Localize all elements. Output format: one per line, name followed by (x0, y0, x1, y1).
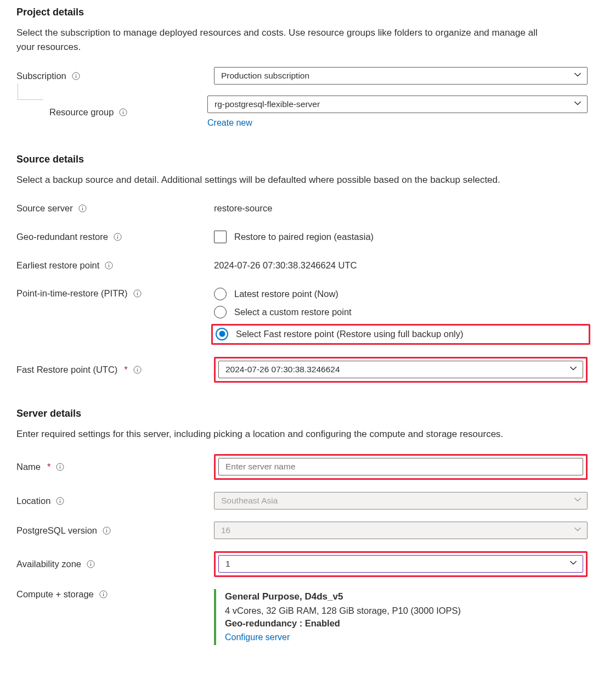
info-icon[interactable] (103, 527, 111, 535)
server-details-section: Server details Enter required settings f… (16, 408, 588, 646)
chevron-down-icon (574, 71, 582, 81)
compute-sku-title: General Purpose, D4ds_v5 (225, 591, 588, 602)
pitr-radio-custom[interactable] (214, 306, 227, 318)
info-icon[interactable] (105, 261, 113, 270)
source-server-value: restore-source (214, 203, 272, 213)
info-icon[interactable] (133, 289, 142, 298)
fast-restore-point-value: 2024-07-26 07:30:38.3246624 (225, 365, 340, 374)
subscription-select-value: Production subscription (221, 71, 309, 81)
earliest-restore-point-label: Earliest restore point (16, 260, 207, 271)
compute-geo-redundancy: Geo-redundancy : Enabled (225, 618, 588, 629)
fast-restore-point-row: Fast Restore point (UTC) * 2024-07-26 07… (16, 357, 588, 383)
location-select-value: Southeast Asia (221, 496, 278, 506)
pitr-radio-custom-label: Select a custom restore point (234, 307, 352, 317)
availability-zone-row: Availability zone 1 (16, 551, 588, 577)
source-details-section: Source details Select a backup source an… (16, 154, 588, 383)
chevron-down-icon (574, 525, 582, 535)
compute-storage-row: Compute + storage General Purpose, D4ds_… (16, 589, 588, 645)
geo-redundant-restore-row: Geo-redundant restore Restore to paired … (16, 229, 588, 245)
required-asterisk: * (47, 462, 50, 472)
pitr-radio-latest-label: Latest restore point (Now) (234, 289, 338, 299)
earliest-restore-point-value: 2024-07-26 07:30:38.3246624 UTC (214, 260, 357, 270)
pitr-radio-fast[interactable] (216, 328, 228, 340)
pitr-label-text: Point-in-time-restore (PITR) (16, 288, 128, 299)
source-server-label-text: Source server (16, 203, 73, 214)
project-details-description: Select the subscription to manage deploy… (16, 26, 543, 54)
info-icon[interactable] (78, 204, 87, 212)
pitr-option-fast[interactable]: Select Fast restore point (Restore using… (216, 328, 586, 340)
pitr-row: Point-in-time-restore (PITR) Latest rest… (16, 286, 588, 345)
postgresql-version-row: PostgreSQL version 16 (16, 522, 588, 539)
info-icon[interactable] (114, 233, 122, 241)
resource-group-select[interactable]: rg-postgresql-flexible-server (207, 96, 588, 113)
availability-zone-highlight: 1 (214, 551, 588, 577)
location-label-text: Location (16, 496, 50, 506)
compute-storage-summary: General Purpose, D4ds_v5 4 vCores, 32 Gi… (214, 589, 588, 645)
create-new-link[interactable]: Create new (207, 118, 252, 128)
location-select: Southeast Asia (214, 492, 588, 509)
info-icon[interactable] (133, 366, 142, 374)
pitr-option-custom[interactable]: Select a custom restore point (214, 306, 588, 318)
subscription-label: Subscription (16, 71, 207, 81)
location-label: Location (16, 496, 207, 506)
info-icon[interactable] (72, 72, 80, 80)
info-icon[interactable] (119, 108, 127, 116)
info-icon[interactable] (87, 560, 95, 568)
server-name-highlight (214, 454, 588, 480)
postgresql-version-value: 16 (221, 525, 230, 535)
fast-restore-point-label: Fast Restore point (UTC) * (16, 365, 207, 375)
info-icon[interactable] (56, 497, 64, 505)
server-name-label: Name * (16, 462, 207, 472)
pitr-option-fast-highlight: Select Fast restore point (Restore using… (211, 324, 590, 345)
pitr-label: Point-in-time-restore (PITR) (16, 286, 207, 299)
info-icon[interactable] (56, 463, 64, 471)
configure-server-link[interactable]: Configure server (225, 632, 290, 642)
project-details-section: Project details Select the subscription … (16, 7, 588, 128)
server-name-input[interactable] (218, 458, 583, 475)
postgresql-version-label-text: PostgreSQL version (16, 525, 97, 536)
availability-zone-label: Availability zone (16, 559, 207, 569)
resource-group-label-text: Resource group (49, 107, 114, 117)
pitr-radio-group: Latest restore point (Now) Select a cust… (214, 286, 588, 345)
required-asterisk: * (124, 365, 127, 375)
subscription-select[interactable]: Production subscription (214, 67, 588, 85)
source-server-row: Source server restore-source (16, 200, 588, 217)
subscription-row: Subscription Production subscription (16, 67, 588, 85)
resource-group-row: Resource group rg-postgresql-flexible-se… (16, 96, 588, 128)
availability-zone-value: 1 (225, 559, 230, 569)
server-details-heading: Server details (16, 408, 588, 419)
source-server-label: Source server (16, 203, 207, 214)
fast-restore-point-select[interactable]: 2024-07-26 07:30:38.3246624 (218, 361, 583, 378)
server-name-row: Name * (16, 454, 588, 480)
chevron-down-icon (574, 496, 582, 506)
indent-connector (18, 83, 43, 100)
geo-redundant-restore-label: Geo-redundant restore (16, 232, 207, 242)
postgresql-version-select: 16 (214, 522, 588, 539)
source-details-heading: Source details (16, 154, 588, 165)
fast-restore-point-label-text: Fast Restore point (UTC) (16, 365, 117, 375)
compute-spec: 4 vCores, 32 GiB RAM, 128 GiB storage, P… (225, 606, 588, 616)
resource-group-label: Resource group (49, 107, 207, 117)
server-details-description: Enter required settings for this server,… (16, 427, 543, 441)
restore-paired-region-label: Restore to paired region (eastasia) (234, 232, 374, 242)
compute-storage-label-text: Compute + storage (16, 589, 94, 600)
earliest-restore-point-label-text: Earliest restore point (16, 260, 99, 271)
resource-group-select-value: rg-postgresql-flexible-server (214, 99, 320, 109)
server-name-label-text: Name (16, 462, 41, 472)
location-row: Location Southeast Asia (16, 492, 588, 509)
source-details-description: Select a backup source and detail. Addit… (16, 173, 543, 187)
availability-zone-label-text: Availability zone (16, 559, 81, 569)
availability-zone-select[interactable]: 1 (218, 555, 583, 573)
pitr-radio-latest[interactable] (214, 288, 227, 300)
chevron-down-icon (569, 365, 577, 374)
geo-redundant-restore-label-text: Geo-redundant restore (16, 232, 108, 242)
info-icon[interactable] (99, 590, 108, 598)
restore-paired-region-checkbox[interactable] (214, 231, 227, 243)
fast-restore-point-highlight: 2024-07-26 07:30:38.3246624 (214, 357, 588, 383)
earliest-restore-point-row: Earliest restore point 2024-07-26 07:30:… (16, 257, 588, 274)
postgresql-version-label: PostgreSQL version (16, 525, 207, 536)
chevron-down-icon (569, 559, 577, 569)
pitr-option-latest[interactable]: Latest restore point (Now) (214, 288, 588, 300)
project-details-heading: Project details (16, 7, 588, 18)
pitr-radio-fast-label: Select Fast restore point (Restore using… (236, 329, 464, 339)
